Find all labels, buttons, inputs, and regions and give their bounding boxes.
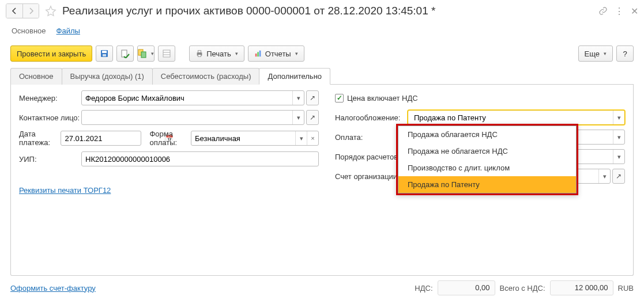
manager-input[interactable] [82,91,292,105]
svg-rect-12 [255,54,257,56]
clear-button[interactable]: × [307,131,318,145]
label-vat-included: Цена включает НДС [347,94,418,102]
topnav-main[interactable]: Основное [12,24,46,37]
link-icon[interactable] [598,6,608,16]
dropdown-toggle[interactable]: ▾ [292,111,304,124]
dropdown-toggle[interactable]: ▾ [613,150,624,164]
tab-main[interactable]: Основное [10,68,62,85]
label-tax: Налогообложение: [335,113,408,122]
tax-dropdown: Продажа облагается НДС Продажа не облага… [396,124,578,195]
reports-button[interactable]: Отчеты ▾ [248,45,304,62]
tab-cost[interactable]: Себестоимость (расходы) [152,68,260,85]
close-icon[interactable]: ✕ [631,6,638,17]
kebab-menu-icon[interactable]: ⋮ [615,6,624,17]
label-total: Всего с НДС: [500,284,545,293]
form-panel: Менеджер: ▾ ↗ Контактное лицо: ▾ ↗ Дата … [10,85,634,276]
currency-label: RUB [618,284,634,293]
nav-forward-button[interactable] [22,4,39,18]
contact-input[interactable] [82,111,292,124]
dropdown-option-selected[interactable]: Продажа по Патенту [398,176,576,193]
dropdown-option[interactable]: Продажа облагается НДС [398,126,576,143]
dropdown-toggle[interactable]: ▾ [295,131,307,145]
open-ref-button[interactable]: ↗ [306,110,319,125]
svg-rect-13 [257,52,259,56]
label-paydate: Дата платежа: [19,130,61,147]
svg-rect-3 [122,50,127,57]
dropdown-option[interactable]: Продажа не облагается НДС [398,143,576,160]
save-button[interactable] [96,45,113,62]
svg-rect-14 [259,51,261,57]
chevron-down-icon: ▾ [235,51,238,56]
tab-additional[interactable]: Дополнительно [259,68,330,85]
vat-included-checkbox[interactable]: ✓ [335,94,344,102]
create-based-on-button[interactable]: ▾ [137,45,155,62]
dropdown-toggle[interactable]: ▾ [598,169,610,183]
dropdown-toggle[interactable]: ▾ [613,111,624,124]
favorite-star-icon[interactable] [45,5,57,17]
nav-back-button[interactable] [6,4,22,18]
svg-rect-10 [198,51,201,53]
open-ref-button[interactable]: ↗ [306,90,319,105]
label-manager: Менеджер: [19,94,81,102]
dropdown-toggle[interactable]: ▾ [292,91,304,105]
uip-input[interactable] [82,152,318,166]
post-and-close-button[interactable]: Провести и закрыть [10,45,92,62]
help-button[interactable]: ? [616,45,634,62]
nav-buttons [6,3,39,18]
tax-input[interactable] [408,111,613,124]
vat-value: 0,00 [438,280,495,295]
chevron-down-icon: ▾ [151,51,154,56]
chevron-down-icon: ▾ [295,51,298,56]
svg-rect-6 [163,50,170,57]
label-contact: Контактное лицо: [19,113,81,122]
label-uip: УИП: [19,155,81,164]
chevron-down-icon: ▾ [604,51,607,56]
label-payform: Форма оплаты: [149,130,185,147]
dropdown-option[interactable]: Производство с длит. циклом [398,160,576,176]
post-button[interactable] [116,45,134,62]
svg-rect-11 [198,55,201,57]
label-vat: НДС: [415,284,432,293]
create-invoice-link[interactable]: Оформить счет-фактуру [10,284,96,293]
svg-rect-5 [141,52,146,58]
dt-kt-button[interactable] [158,45,175,62]
topnav-files[interactable]: Файлы [57,24,80,37]
torg12-link[interactable]: Реквизиты печати ТОРГ12 [19,186,111,195]
open-ref-button[interactable]: ↗ [612,169,625,184]
window-title: Реализация услуг и прочих активов 0000-0… [62,5,595,17]
payform-input[interactable] [191,131,295,145]
total-value: 12 000,00 [550,280,613,295]
svg-rect-2 [103,54,106,56]
more-button[interactable]: Еще▾ [578,45,613,62]
dropdown-toggle[interactable]: ▾ [613,130,624,144]
print-button[interactable]: Печать ▾ [189,45,244,62]
svg-rect-1 [102,51,107,53]
tab-revenue[interactable]: Выручка (доходы) (1) [62,68,153,85]
